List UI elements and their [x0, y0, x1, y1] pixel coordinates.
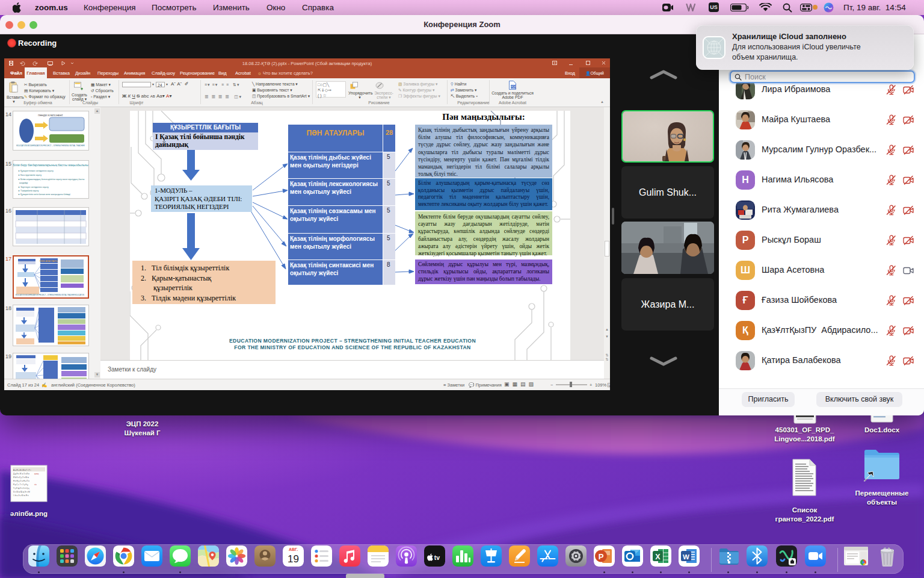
svg-text:ПӘН АТАУЛАРЫ: ПӘН АТАУЛАРЫ	[40, 259, 58, 263]
svg-text:ПӘНДІК КОМПОНЕНТ: ПӘНДІК КОМПОНЕНТ	[38, 114, 63, 117]
svg-text:Й й К к Қ қ Л л М м: Й й К к Қ қ Л л М м	[13, 476, 29, 479]
svg-text:➤ Білім алушылардың белсенділі: ➤ Білім алушылардың белсенділігіне оқыту…	[18, 178, 85, 181]
svg-text:А а Ә ә Б б В в Г г Ғ ғ: А а Ә ә Б б В в Г г Ғ ғ	[13, 469, 31, 471]
svg-text:Ч ч Ш ш Щ щ Ъ ъ Ы: Ч ч Ш ш Щ щ Ъ ъ Ы	[13, 491, 30, 493]
svg-text:Р р С с Т т У у Ұ ұ: Р р С с Т т У у Ұ ұ	[13, 483, 28, 486]
svg-text:Білім беру бағдарламаларының б: Білім беру бағдарламаларының басты маңыз…	[13, 163, 88, 167]
svg-text:тіл: тіл	[34, 483, 37, 486]
svg-text:➤ Құзыреттілік негіз болып кел: ➤ Құзыреттілік негіз болып келе жатқанды…	[18, 193, 70, 196]
svg-text:АВГ.: АВГ.	[289, 547, 298, 552]
svg-text:➤ Конструктивтік оқыту: ➤ Конструктивтік оқыту	[18, 174, 42, 176]
svg-text:➤ Тәжірибелік оқыту: ➤ Тәжірибелік оқыту	[18, 190, 39, 192]
svg-text:қазақ: қазақ	[34, 473, 39, 475]
svg-text:EDUCATION MODERNIZATION PROJEC: EDUCATION MODERNIZATION PROJECT – STRENG…	[16, 144, 85, 147]
svg-text:P: P	[599, 552, 604, 561]
svg-text:EDUCATION MODERNIZATION PROJEC: EDUCATION MODERNIZATION PROJECT – STRENG…	[16, 294, 84, 296]
svg-text:19: 19	[288, 553, 299, 565]
svg-text:W: W	[683, 553, 689, 561]
svg-text:І і Ь ь Э э Ю ю Я я: І і Ь ь Э э Ю ю Я я	[13, 494, 29, 497]
svg-text:X: X	[655, 553, 661, 561]
svg-text:➤ Құзыреттілікке негізделген о: ➤ Құзыреттілікке негізделген оқыту	[18, 170, 54, 172]
svg-text:➤ Зерттеуге негізделген оқыту: ➤ Зерттеуге негізделген оқыту	[18, 186, 49, 188]
svg-text:көздейді: көздейді	[19, 182, 28, 184]
svg-text:Н н Ң ң О о Ө ө П п: Н н Ң ң О о Ө ө П п	[13, 480, 29, 482]
svg-text:tv: tv	[434, 554, 440, 561]
svg-text:Ү ү Ф ф Х х Һ һ Ц ц: Ү ү Ф ф Х х Һ һ Ц ц	[13, 487, 29, 489]
svg-text:PDF: PDF	[511, 85, 516, 89]
svg-text:Д д Е е Ж ж З з И и: Д д Е е Ж ж З з И и	[13, 473, 29, 475]
